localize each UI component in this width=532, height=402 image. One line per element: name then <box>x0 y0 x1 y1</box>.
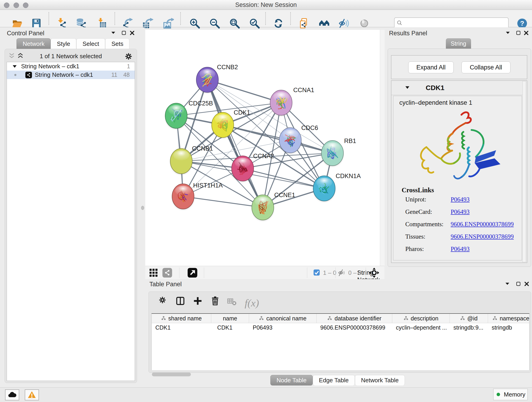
zoom-fit-icon[interactable] <box>229 18 240 29</box>
protein-node-CCNE1[interactable] <box>252 195 274 220</box>
tab-style[interactable]: Style <box>51 38 76 49</box>
add-column-icon[interactable] <box>193 296 203 306</box>
results-panel-title: Results Panel <box>389 30 427 37</box>
column-header-description[interactable]: description <box>392 314 450 323</box>
protein-node-CDKN1A[interactable] <box>313 176 335 201</box>
network-canvas[interactable]: CCNB2 CCNA1 CDC25B CDK1 CDC6 RB1 <box>145 30 380 266</box>
results-panel-close-icon[interactable] <box>523 30 529 36</box>
control-panel-close-icon[interactable] <box>129 30 135 36</box>
entry-collapse-triangle-icon[interactable] <box>405 85 410 90</box>
network-scrollbar[interactable] <box>380 30 385 266</box>
network-label: String Network – cdk1 <box>35 71 93 78</box>
column-header-name[interactable]: name <box>211 314 249 323</box>
tab-network-table[interactable]: Network Table <box>355 375 405 385</box>
network-edge[interactable] <box>183 196 263 207</box>
tree-expand-triangle-icon[interactable] <box>12 64 17 69</box>
zoom-in-icon[interactable] <box>189 18 200 29</box>
copy-document-icon[interactable] <box>298 18 309 29</box>
protein-node-RB1[interactable] <box>322 140 343 166</box>
column-type-icon <box>460 316 465 321</box>
column-header--id[interactable]: @id <box>450 314 488 323</box>
column-header-shared-name[interactable]: shared name <box>152 314 211 323</box>
tab-edge-table[interactable]: Edge Table <box>313 375 355 385</box>
table-cell[interactable]: stringdb <box>488 323 530 332</box>
column-header-database-identifier[interactable]: database identifier <box>317 314 392 323</box>
network-share-icon[interactable] <box>162 268 172 278</box>
protein-entry-header[interactable]: CDK1 <box>391 81 522 95</box>
network-selection-row: 1 of 1 Network selected <box>5 51 137 61</box>
network-tree-item[interactable]: String Network – cdk1 1 <box>7 62 135 70</box>
left-splitter-handle[interactable] <box>141 206 144 210</box>
tab-select[interactable]: Select <box>76 38 105 49</box>
table-horizontal-scrollbar[interactable] <box>152 372 191 376</box>
network-edge[interactable] <box>207 80 281 103</box>
tab-sets[interactable]: Sets <box>105 38 129 49</box>
refresh-icon[interactable] <box>273 18 284 29</box>
expand-all-button[interactable]: Expand All <box>408 61 454 73</box>
zoom-out-icon[interactable] <box>209 18 220 29</box>
visibility-icon[interactable] <box>359 18 370 29</box>
tab-string[interactable]: String <box>446 38 471 49</box>
open-in-new-window-icon[interactable] <box>187 268 197 278</box>
table-cell[interactable]: 9606.ENSP00000378699 <box>317 323 392 332</box>
memory-button[interactable]: Memory <box>493 389 528 400</box>
results-panel-float-icon[interactable] <box>515 30 521 36</box>
crosslink-label: Tissues: <box>405 233 425 240</box>
protein-name: CDK1 <box>426 84 444 92</box>
network-graph[interactable]: CCNB2 CCNA1 CDC25B CDK1 CDC6 RB1 <box>145 30 380 266</box>
protein-node-CDC6[interactable] <box>279 128 301 153</box>
table-panel-close-icon[interactable] <box>524 281 530 287</box>
search-input[interactable] <box>405 18 506 28</box>
tab-node-table[interactable]: Node Table <box>270 375 313 385</box>
birdseye-view-icon[interactable] <box>148 268 158 278</box>
warnings-button[interactable] <box>25 389 39 400</box>
hide-visibility-icon[interactable] <box>338 18 349 29</box>
hidden-items-icon[interactable] <box>338 268 346 277</box>
protein-description: cyclin–dependent kinase 1 <box>399 99 472 106</box>
node-count: 11 <box>111 71 117 78</box>
protein-node-CDC25B[interactable] <box>165 103 187 128</box>
protein-node-CCNB2[interactable] <box>196 67 218 92</box>
results-scrollbar[interactable] <box>522 81 526 262</box>
toolbar-separator <box>265 12 266 25</box>
collapse-all-button[interactable]: Collapse All <box>462 61 510 73</box>
cloud-status-button[interactable] <box>5 389 19 400</box>
protein-node-CCNA1[interactable] <box>270 90 292 115</box>
crosslink-link[interactable]: 9606.ENSP00000378699 <box>451 221 514 228</box>
table-settings-gear-icon[interactable] <box>158 296 167 304</box>
column-label: description <box>411 315 438 322</box>
crosslink-link[interactable]: 9606.ENSP00000378699 <box>451 233 514 240</box>
table-panel-collapse-icon[interactable] <box>505 281 510 287</box>
column-header-namespace[interactable]: namespace <box>488 314 530 323</box>
control-panel-collapse-icon[interactable] <box>110 30 116 36</box>
show-columns-icon[interactable] <box>175 296 185 306</box>
zoom-selected-icon[interactable] <box>249 18 260 29</box>
table-cell[interactable]: cyclin–dependent ... <box>392 323 450 332</box>
protein-node-CCNA2[interactable] <box>232 156 254 181</box>
table-cell[interactable]: CDK1 <box>152 323 211 332</box>
protein-node-HIST1H1A[interactable] <box>172 184 194 209</box>
network-options-gear-icon[interactable] <box>124 52 133 61</box>
fit-selected-crosshair-icon[interactable] <box>369 268 380 278</box>
network-tree-item[interactable]: String Network – cdk1 11 48 <box>7 70 135 79</box>
table-cell[interactable]: CDK1 <box>211 323 249 332</box>
protein-node-CDK1[interactable] <box>212 112 234 138</box>
table-panel-float-icon[interactable] <box>515 281 521 287</box>
home-icon[interactable] <box>319 18 330 29</box>
table-cell[interactable]: P06493 <box>249 323 317 332</box>
protein-node-CCNB1[interactable] <box>170 148 192 174</box>
cloud-icon <box>7 390 17 400</box>
crosslink-link[interactable]: P06493 <box>451 208 470 216</box>
crosslink-link[interactable]: P06493 <box>451 245 470 253</box>
table-cell[interactable]: stringdb:9... <box>450 323 488 332</box>
column-label: canonical name <box>266 315 306 322</box>
table-row[interactable]: CDK1CDK1P064939606.ENSP00000378699cyclin… <box>152 323 530 332</box>
tab-network[interactable]: Network <box>17 38 51 49</box>
delete-column-icon[interactable] <box>210 296 220 306</box>
export-image-icon[interactable] <box>163 18 174 29</box>
results-panel-collapse-icon[interactable] <box>505 30 511 36</box>
selected-items-checkbox[interactable] <box>313 269 320 276</box>
column-header-canonical-name[interactable]: canonical name <box>249 314 317 323</box>
control-panel-float-icon[interactable] <box>121 30 127 36</box>
crosslink-link[interactable]: P06493 <box>451 196 470 203</box>
